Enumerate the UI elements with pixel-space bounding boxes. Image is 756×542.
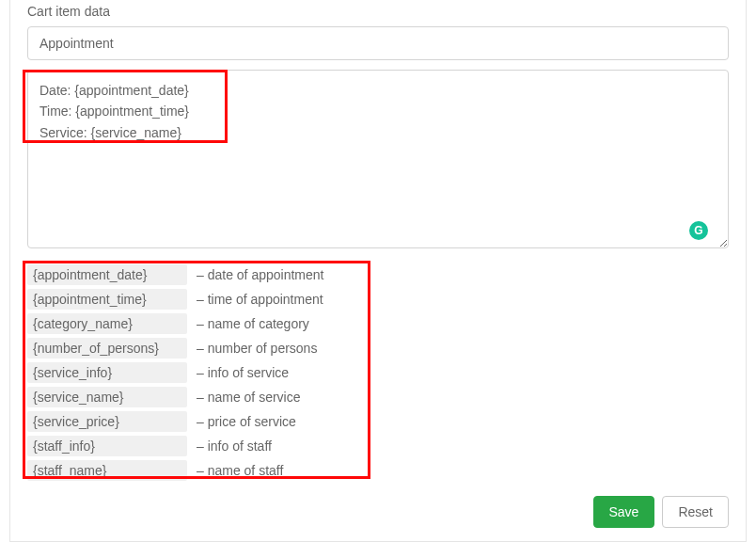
- cart-item-body-textarea[interactable]: [27, 70, 729, 248]
- token-row: {service_name} – name of service: [27, 387, 729, 407]
- reset-button[interactable]: Reset: [662, 496, 729, 528]
- token-desc: – time of appointment: [197, 292, 729, 307]
- token-desc: – info of staff: [197, 438, 729, 454]
- token-key[interactable]: {service_name}: [27, 387, 187, 407]
- token-row: {number_of_persons} – number of persons: [27, 338, 729, 359]
- token-key[interactable]: {service_price}: [27, 411, 187, 432]
- token-desc: – price of service: [197, 414, 729, 429]
- token-desc: – name of service: [197, 390, 729, 405]
- token-key[interactable]: {service_info}: [27, 362, 187, 383]
- token-desc: – name of category: [197, 316, 729, 331]
- settings-panel: Cart item data G {appointment_date} – da…: [9, 0, 747, 542]
- token-row: {appointment_date} – date of appointment: [27, 264, 729, 285]
- token-key[interactable]: {appointment_date}: [27, 264, 187, 285]
- token-desc: – number of persons: [197, 341, 729, 356]
- tokens-list: {appointment_date} – date of appointment…: [27, 251, 729, 481]
- token-row: {staff_info} – info of staff: [27, 436, 729, 456]
- button-row: Save Reset: [593, 496, 730, 528]
- token-desc: – info of service: [197, 365, 729, 380]
- cart-item-title-input[interactable]: [27, 26, 729, 60]
- textarea-wrap: G: [27, 70, 729, 251]
- token-desc: – name of staff: [197, 463, 729, 478]
- token-key[interactable]: {staff_info}: [27, 436, 187, 456]
- token-row: {service_price} – price of service: [27, 411, 729, 432]
- token-key[interactable]: {appointment_time}: [27, 289, 187, 310]
- token-desc: – date of appointment: [197, 267, 729, 282]
- save-button[interactable]: Save: [593, 496, 655, 528]
- token-key[interactable]: {number_of_persons}: [27, 338, 187, 359]
- section-label: Cart item data: [27, 0, 729, 26]
- token-row: {service_info} – info of service: [27, 362, 729, 383]
- token-key[interactable]: {staff_name}: [27, 460, 187, 481]
- token-row: {appointment_time} – time of appointment: [27, 289, 729, 310]
- token-key[interactable]: {category_name}: [27, 313, 187, 334]
- grammarly-icon[interactable]: G: [689, 221, 708, 240]
- token-row: {category_name} – name of category: [27, 313, 729, 334]
- token-row: {staff_name} – name of staff: [27, 460, 729, 481]
